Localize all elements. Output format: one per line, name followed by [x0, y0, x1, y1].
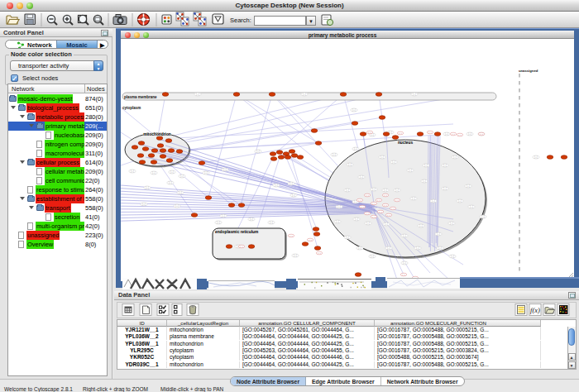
svg-text:[...]: [...]	[366, 194, 369, 197]
svg-text:[...]: [...]	[292, 194, 295, 197]
svg-text:[...]: [...]	[428, 131, 432, 134]
svg-text:[...]: [...]	[391, 208, 395, 210]
svg-text:[...]: [...]	[204, 171, 208, 174]
svg-text:[...]: [...]	[467, 184, 470, 188]
svg-text:cytoplasm: cytoplasm	[122, 106, 141, 110]
svg-text:[...]: [...]	[395, 189, 399, 192]
svg-text:[...]: [...]	[395, 199, 399, 202]
svg-text:[...]: [...]	[437, 232, 440, 236]
svg-text:[...]: [...]	[409, 169, 412, 172]
svg-text:[...]: [...]	[152, 171, 156, 174]
svg-text:[...]: [...]	[146, 186, 149, 189]
svg-text:[...]: [...]	[368, 131, 371, 134]
svg-text:[...]: [...]	[372, 188, 376, 191]
svg-text:[...]: [...]	[384, 204, 387, 207]
svg-text:[...]: [...]	[275, 184, 278, 187]
svg-text:[...]: [...]	[534, 155, 538, 159]
svg-text:[...]: [...]	[452, 133, 455, 136]
svg-text:[...]: [...]	[377, 199, 380, 202]
svg-text:[...]: [...]	[352, 108, 356, 112]
svg-text:[...]: [...]	[443, 164, 447, 167]
svg-text:[...]: [...]	[451, 255, 454, 258]
svg-text:[...]: [...]	[131, 170, 134, 173]
svg-text:[...]: [...]	[346, 189, 349, 192]
svg-text:[...]: [...]	[416, 246, 419, 250]
svg-text:[...]: [...]	[240, 246, 243, 248]
svg-text:[...]: [...]	[453, 155, 457, 159]
svg-text:[...]: [...]	[170, 170, 174, 174]
svg-text:[...]: [...]	[290, 235, 293, 237]
svg-text:[...]: [...]	[372, 216, 376, 218]
svg-text:[...]: [...]	[372, 203, 376, 205]
svg-text:[...]: [...]	[318, 252, 321, 255]
svg-text:plasma membrane: plasma membrane	[124, 95, 157, 99]
svg-text:[...]: [...]	[458, 134, 462, 136]
svg-text:f(x): f(x)	[530, 306, 540, 314]
svg-text:[...]: [...]	[348, 163, 352, 166]
svg-text:[...]: [...]	[424, 164, 428, 167]
svg-text:[...]: [...]	[432, 199, 435, 203]
svg-text:[...]: [...]	[413, 93, 416, 96]
svg-text:[...]: [...]	[358, 246, 361, 250]
svg-text:[...]: [...]	[399, 132, 402, 135]
svg-text:[...]: [...]	[481, 215, 485, 218]
svg-text:[...]: [...]	[403, 234, 406, 237]
svg-text:[...]: [...]	[480, 133, 483, 136]
svg-text:[...]: [...]	[385, 222, 388, 226]
svg-text:[...]: [...]	[217, 221, 220, 224]
svg-text:[...]: [...]	[366, 213, 369, 215]
svg-text:[...]: [...]	[361, 206, 364, 208]
svg-text:[...]: [...]	[384, 189, 387, 192]
svg-text:[...]: [...]	[470, 205, 473, 208]
svg-text:[...]: [...]	[169, 181, 172, 184]
svg-text:[...]: [...]	[392, 160, 395, 164]
svg-text:[...]: [...]	[309, 239, 312, 241]
svg-text:[...]: [...]	[380, 155, 384, 159]
svg-text:[...]: [...]	[337, 205, 341, 208]
svg-text:[...]: [...]	[384, 194, 387, 197]
svg-text:[...]: [...]	[458, 199, 462, 203]
svg-text:[...]: [...]	[180, 174, 184, 178]
svg-text:[...]: [...]	[142, 203, 146, 206]
svg-text:[...]: [...]	[387, 214, 390, 217]
svg-text:[...]: [...]	[450, 222, 453, 225]
svg-text:[...]: [...]	[270, 221, 273, 224]
svg-text:endoplasmic reticulum: endoplasmic reticulum	[215, 230, 258, 234]
svg-text:[...]: [...]	[468, 132, 471, 136]
svg-text:[...]: [...]	[196, 93, 199, 96]
svg-text:[...]: [...]	[438, 246, 442, 250]
svg-text:unassigned: unassigned	[519, 69, 538, 73]
svg-text:[...]: [...]	[290, 182, 293, 185]
svg-text:[...]: [...]	[366, 222, 370, 225]
svg-text:[...]: [...]	[443, 187, 447, 190]
svg-text:[...]: [...]	[223, 168, 227, 171]
svg-text:[...]: [...]	[412, 197, 415, 200]
svg-text:[...]: [...]	[355, 218, 358, 221]
svg-text:[...]: [...]	[256, 150, 260, 153]
svg-text:[...]: [...]	[358, 199, 361, 202]
svg-text:mitochondrion: mitochondrion	[143, 132, 171, 136]
svg-text:[...]: [...]	[360, 175, 363, 179]
svg-text:[...]: [...]	[346, 236, 349, 239]
svg-text:[...]: [...]	[354, 147, 357, 151]
svg-text:[...]: [...]	[336, 220, 339, 223]
svg-text:Search:: Search:	[230, 17, 251, 24]
svg-text:[...]: [...]	[179, 191, 182, 194]
svg-text:[...]: [...]	[371, 255, 374, 258]
svg-text:[...]: [...]	[303, 93, 306, 96]
svg-text:[...]: [...]	[250, 218, 253, 221]
svg-text:[...]: [...]	[445, 132, 448, 136]
svg-text:[...]: [...]	[423, 179, 426, 183]
svg-text:[...]: [...]	[403, 261, 406, 265]
svg-text:[...]: [...]	[379, 211, 382, 213]
svg-text:[...]: [...]	[294, 254, 297, 257]
svg-text:[...]: [...]	[419, 224, 423, 227]
svg-text:[...]: [...]	[175, 204, 179, 208]
svg-text:[...]: [...]	[333, 153, 336, 156]
svg-text:nucleus: nucleus	[398, 141, 413, 145]
svg-text:[...]: [...]	[222, 214, 225, 218]
svg-text:[...]: [...]	[387, 246, 390, 250]
